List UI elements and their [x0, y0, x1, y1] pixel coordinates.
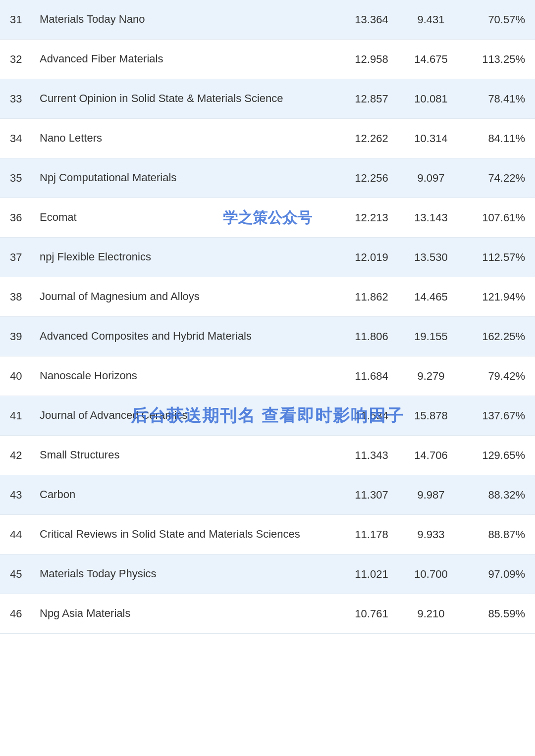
five-year-if-cell: 9.431 — [401, 13, 461, 26]
impact-factor-cell: 11.021 — [342, 568, 401, 581]
percent-cell: 79.42% — [461, 370, 525, 383]
percent-cell: 84.11% — [461, 132, 525, 145]
rank-cell: 34 — [10, 132, 40, 145]
journal-name-cell: Nanoscale Horizons — [40, 369, 342, 383]
percent-cell: 107.61% — [461, 211, 525, 224]
journal-name-cell: Critical Reviews in Solid State and Mate… — [40, 527, 342, 542]
five-year-if-cell: 9.279 — [401, 370, 461, 383]
rank-cell: 45 — [10, 568, 40, 581]
rank-cell: 31 — [10, 13, 40, 26]
rank-cell: 40 — [10, 370, 40, 383]
impact-factor-cell: 12.256 — [342, 172, 401, 185]
impact-factor-cell: 12.213 — [342, 211, 401, 224]
five-year-if-cell: 10.314 — [401, 132, 461, 145]
percent-cell: 78.41% — [461, 93, 525, 105]
impact-factor-cell: 13.364 — [342, 13, 401, 26]
impact-factor-cell: 10.761 — [342, 607, 401, 620]
percent-cell: 121.94% — [461, 291, 525, 303]
five-year-if-cell: 14.706 — [401, 449, 461, 462]
table-row: 38Journal of Magnesium and Alloys11.8621… — [0, 277, 535, 317]
impact-factor-cell: 12.958 — [342, 53, 401, 66]
rank-cell: 43 — [10, 489, 40, 502]
table-row: 34Nano Letters12.26210.31484.11% — [0, 119, 535, 158]
percent-cell: 70.57% — [461, 13, 525, 26]
five-year-if-cell: 15.878 — [401, 409, 461, 422]
rank-cell: 36 — [10, 211, 40, 224]
table-row: 43Carbon11.3079.98788.32% — [0, 475, 535, 515]
percent-cell: 137.67% — [461, 409, 525, 422]
table-row: 46Npg Asia Materials10.7619.21085.59% — [0, 594, 535, 634]
five-year-if-cell: 9.987 — [401, 489, 461, 502]
rank-cell: 39 — [10, 330, 40, 343]
impact-factor-cell: 11.684 — [342, 370, 401, 383]
five-year-if-cell: 13.530 — [401, 251, 461, 264]
impact-factor-cell: 12.262 — [342, 132, 401, 145]
journal-table: 31Materials Today Nano13.3649.43170.57%3… — [0, 0, 535, 634]
rank-cell: 32 — [10, 53, 40, 66]
rank-cell: 35 — [10, 172, 40, 185]
journal-name-cell: Materials Today Nano — [40, 12, 342, 27]
rank-cell: 46 — [10, 607, 40, 620]
five-year-if-cell: 14.675 — [401, 53, 461, 66]
rank-cell: 42 — [10, 449, 40, 462]
five-year-if-cell: 10.081 — [401, 93, 461, 105]
impact-factor-cell: 12.857 — [342, 93, 401, 105]
percent-cell: 74.22% — [461, 172, 525, 185]
journal-name-cell: npj Flexible Electronics — [40, 250, 342, 264]
percent-cell: 112.57% — [461, 251, 525, 264]
journal-name-cell: Advanced Fiber Materials — [40, 52, 342, 66]
five-year-if-cell: 19.155 — [401, 330, 461, 343]
table-row: 39Advanced Composites and Hybrid Materia… — [0, 317, 535, 356]
table-row: 37npj Flexible Electronics12.01913.53011… — [0, 238, 535, 277]
table-row: 42Small Structures11.34314.706129.65% — [0, 436, 535, 475]
journal-name-cell: Npj Computational Materials — [40, 171, 342, 185]
five-year-if-cell: 10.700 — [401, 568, 461, 581]
rank-cell: 44 — [10, 528, 40, 541]
journal-name-cell: Journal of Advanced Ceramics — [40, 408, 342, 423]
journal-name-cell: Advanced Composites and Hybrid Materials — [40, 329, 342, 344]
five-year-if-cell: 14.465 — [401, 291, 461, 303]
journal-name-cell: Journal of Magnesium and Alloys — [40, 290, 342, 304]
rank-cell: 33 — [10, 93, 40, 105]
five-year-if-cell: 9.933 — [401, 528, 461, 541]
impact-factor-cell: 11.806 — [342, 330, 401, 343]
journal-name-cell: Ecomat — [40, 210, 342, 225]
table-row: 41Journal of Advanced Ceramics11.53415.8… — [0, 396, 535, 436]
journal-name-cell: Npg Asia Materials — [40, 606, 342, 621]
five-year-if-cell: 13.143 — [401, 211, 461, 224]
journal-name-cell: Small Structures — [40, 448, 342, 462]
journal-name-cell: Nano Letters — [40, 131, 342, 146]
impact-factor-cell: 12.019 — [342, 251, 401, 264]
percent-cell: 88.87% — [461, 528, 525, 541]
table-row: 45Materials Today Physics11.02110.70097.… — [0, 554, 535, 594]
table-row: 36Ecomat12.21313.143107.61%学之策公众号 — [0, 198, 535, 238]
impact-factor-cell: 11.343 — [342, 449, 401, 462]
percent-cell: 97.09% — [461, 568, 525, 581]
rank-cell: 37 — [10, 251, 40, 264]
percent-cell: 162.25% — [461, 330, 525, 343]
impact-factor-cell: 11.178 — [342, 528, 401, 541]
impact-factor-cell: 11.534 — [342, 409, 401, 422]
five-year-if-cell: 9.097 — [401, 172, 461, 185]
rank-cell: 41 — [10, 409, 40, 422]
table-row: 35Npj Computational Materials12.2569.097… — [0, 158, 535, 198]
table-row: 31Materials Today Nano13.3649.43170.57% — [0, 0, 535, 40]
five-year-if-cell: 9.210 — [401, 607, 461, 620]
impact-factor-cell: 11.307 — [342, 489, 401, 502]
journal-name-cell: Current Opinion in Solid State & Materia… — [40, 92, 342, 106]
percent-cell: 88.32% — [461, 489, 525, 502]
table-row: 33Current Opinion in Solid State & Mater… — [0, 79, 535, 119]
table-row: 40Nanoscale Horizons11.6849.27979.42% — [0, 356, 535, 396]
table-row: 44Critical Reviews in Solid State and Ma… — [0, 515, 535, 554]
impact-factor-cell: 11.862 — [342, 291, 401, 303]
rank-cell: 38 — [10, 291, 40, 303]
journal-name-cell: Carbon — [40, 488, 342, 502]
percent-cell: 85.59% — [461, 607, 525, 620]
percent-cell: 113.25% — [461, 53, 525, 66]
journal-name-cell: Materials Today Physics — [40, 567, 342, 581]
percent-cell: 129.65% — [461, 449, 525, 462]
table-row: 32Advanced Fiber Materials12.95814.67511… — [0, 40, 535, 79]
